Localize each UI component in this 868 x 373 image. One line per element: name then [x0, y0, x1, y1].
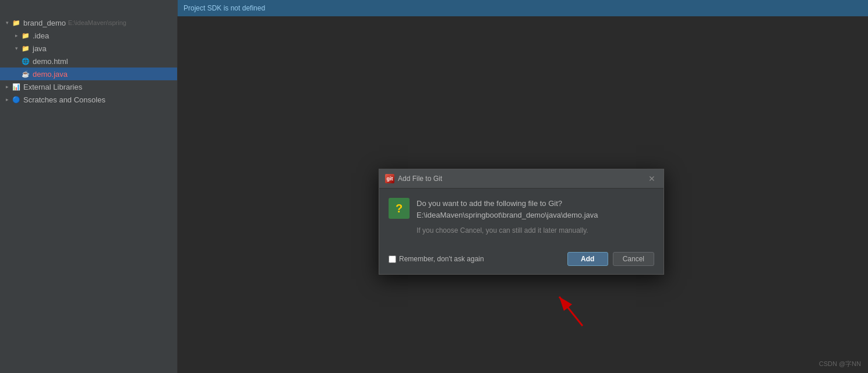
remember-checkbox[interactable]: [389, 255, 396, 263]
scratch-icon: 🔵: [12, 95, 21, 104]
tree-arrow-java-folder: [12, 44, 21, 53]
watermark: CSDN @字NN: [819, 360, 861, 368]
dialog-message-content: Do you want to add the following file to…: [417, 198, 598, 235]
tree-label-brand-demo: brand_demo: [23, 19, 68, 27]
html-file-icon: 🌐: [21, 56, 30, 66]
tree-label-idea: .idea: [33, 31, 49, 40]
tree-label-demo-java: demo.java: [33, 70, 68, 79]
tree-arrow-idea: [12, 31, 21, 40]
dialog-footer: Remember, don't ask again Add Cancel: [379, 252, 664, 274]
sdk-warning-text: Project SDK is not defined: [184, 4, 265, 12]
add-button[interactable]: Add: [567, 252, 608, 266]
dialog-body: ? Do you want to add the following file …: [379, 189, 664, 252]
project-sidebar: 📁 brand_demo E:\ideaMaven\spring 📁 .idea…: [0, 16, 178, 373]
tree-item-external-libraries[interactable]: 📊 External Libraries: [0, 80, 177, 93]
tree-arrow-scratches: [2, 95, 12, 104]
cancel-button[interactable]: Cancel: [613, 252, 654, 266]
tree-item-brand-demo[interactable]: 📁 brand_demo E:\ideaMaven\spring: [0, 16, 177, 29]
dialog-filepath: E:\ideaMaven\springboot\brand_demo\java\…: [417, 209, 598, 221]
tree-path-brand-demo: E:\ideaMaven\spring: [68, 19, 126, 26]
tree-label-external-libraries: External Libraries: [23, 83, 82, 91]
dialog-message-row: ? Do you want to add the following file …: [389, 198, 654, 235]
tree-item-idea[interactable]: 📁 .idea: [0, 29, 177, 42]
tree-item-java-folder[interactable]: 📁 java: [0, 42, 177, 55]
tree-item-demo-html[interactable]: 🌐 demo.html: [0, 55, 177, 68]
tree-item-scratches[interactable]: 🔵 Scratches and Consoles: [0, 93, 177, 106]
folder-icon-java: 📁: [21, 44, 30, 53]
git-icon: git: [385, 174, 394, 183]
remember-label-text: Remember, don't ask again: [399, 255, 484, 263]
folder-icon-brand-demo: 📁: [12, 18, 21, 27]
dialog-titlebar: git Add File to Git ✕: [379, 169, 664, 189]
tree-label-demo-html: demo.html: [33, 57, 68, 66]
sdk-warning-bar: Project SDK is not defined: [178, 0, 868, 16]
question-icon-box: ?: [389, 198, 410, 219]
dialog-title-text: Add File to Git: [398, 175, 442, 183]
tree-label-scratches: Scratches and Consoles: [23, 95, 105, 104]
folder-icon-idea: 📁: [21, 31, 30, 40]
add-file-to-git-dialog: git Add File to Git ✕ ? Do you want to a…: [379, 169, 664, 275]
dialog-close-button[interactable]: ✕: [646, 173, 658, 184]
library-icon: 📊: [12, 82, 21, 91]
tree-arrow-brand-demo: [2, 18, 12, 27]
tree-label-java-folder: java: [33, 44, 47, 53]
remember-checkbox-label[interactable]: Remember, don't ask again: [389, 255, 563, 263]
tree-arrow-ext-lib: [2, 82, 12, 91]
tree-item-demo-java[interactable]: ☕ demo.java: [0, 68, 177, 80]
dialog-title-left: git Add File to Git: [385, 174, 442, 183]
dialog-hint-text: If you choose Cancel, you can still add …: [417, 226, 598, 235]
dialog-question-text: Do you want to add the following file to…: [417, 198, 598, 209]
java-file-icon: ☕: [21, 69, 30, 79]
